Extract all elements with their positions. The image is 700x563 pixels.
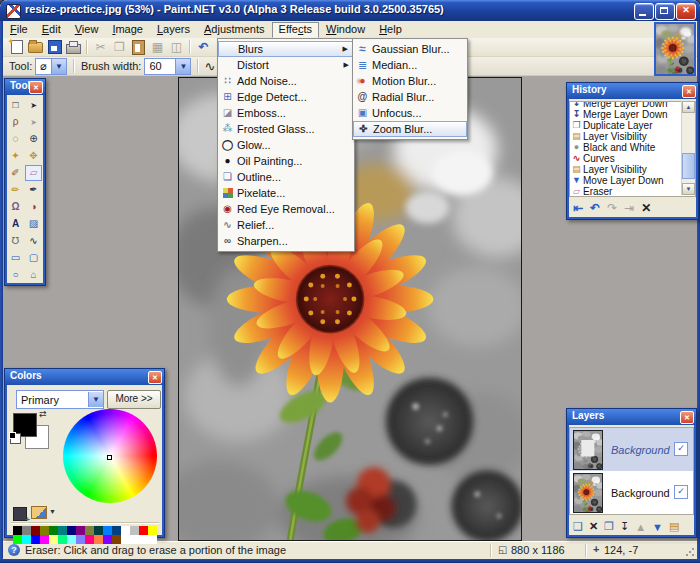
color-swatch[interactable] [13,535,22,544]
tools-palette-titlebar[interactable]: Tools ✕ [5,79,45,95]
layer-row[interactable]: Background✓ [570,471,693,514]
menu-item-motion-blur[interactable]: Motion Blur... [353,73,467,89]
add-color-icon[interactable] [13,507,27,521]
move-selected-pixels-tool[interactable] [25,97,42,113]
color-swatch[interactable] [103,526,112,535]
color-swatch[interactable] [49,535,58,544]
menu-item-outline[interactable]: Outline... [218,169,354,185]
menu-item-add-noise[interactable]: Add Noise... [218,73,354,89]
history-item-curves[interactable]: Curves [570,153,682,164]
close-icon[interactable]: ✕ [682,85,696,98]
scroll-up-icon[interactable]: ▲ [682,101,695,113]
title-bar[interactable]: resize-practice.jpg (53%) - Paint.NET v3… [0,0,700,21]
recolor-tool[interactable] [25,199,42,215]
color-swatch[interactable] [112,535,121,544]
menu-adjustments[interactable]: Adjustments [197,22,272,37]
color-swatch[interactable] [121,526,130,535]
line-curve-tool[interactable] [25,233,42,249]
rounded-rectangle-tool[interactable] [25,250,42,266]
undo-button[interactable]: ↶ [194,39,213,56]
color-picker-tool[interactable] [25,182,42,198]
palette-icon[interactable] [31,506,47,519]
color-swatch[interactable] [139,526,148,535]
move-layer-down-button[interactable]: ▼ [652,521,663,533]
menu-help[interactable]: Help [372,22,409,37]
color-swatch[interactable] [121,535,130,544]
rectangle-tool[interactable] [7,250,24,266]
color-swatch[interactable] [85,535,94,544]
history-palette-titlebar[interactable]: History ✕ [567,83,698,99]
rectangle-select-tool[interactable] [7,97,24,113]
more-button[interactable]: More >> [107,390,161,409]
paintbrush-tool[interactable] [7,165,24,181]
color-swatch[interactable] [85,526,94,535]
menu-window[interactable]: Window [319,22,372,37]
color-swatch[interactable] [31,535,40,544]
menu-item-zoom-blur[interactable]: Zoom Blur... [353,121,467,137]
pencil-tool[interactable] [7,182,24,198]
history-scrollbar[interactable]: ▲ ▼ [682,101,695,195]
menu-item-blurs[interactable]: Blurs▶ [218,41,354,57]
open-image-thumbnail[interactable] [654,22,696,76]
color-swatch[interactable] [40,535,49,544]
history-item-merge-layer-down[interactable]: Merge Layer Down [570,101,682,109]
menu-item-radial-blur[interactable]: Radial Blur... [353,89,467,105]
clear-history-button[interactable]: ✕ [641,201,651,215]
menu-image[interactable]: Image [105,22,150,37]
layer-properties-button[interactable]: ▤ [669,520,679,533]
menu-item-sharpen[interactable]: Sharpen... [218,233,354,249]
save-button[interactable] [45,39,64,56]
close-button[interactable]: ✕ [676,3,696,20]
scrollbar-track[interactable]: ▲ ▼ [681,101,695,195]
swap-colors-icon[interactable]: ⇄ [39,409,47,419]
new-button[interactable]: ✦ [7,39,26,56]
resize-grip[interactable] [685,547,695,557]
color-swatch[interactable] [22,535,31,544]
scrollbar-thumb[interactable] [682,153,695,179]
layer-row[interactable]: Background✓ [570,428,693,471]
menu-item-unfocus[interactable]: Unfocus... [353,105,467,121]
menu-item-edge-detect[interactable]: Edge Detect... [218,89,354,105]
history-item-merge-layer-down[interactable]: Merge Layer Down [570,109,682,120]
history-item-eraser[interactable]: Eraser [570,186,682,197]
color-swatch[interactable] [148,526,157,535]
color-swatch[interactable] [94,526,103,535]
duplicate-layer-button[interactable]: ❐ [604,520,614,533]
tool-selector[interactable]: ⌀ ▼ [35,58,67,75]
add-layer-button[interactable]: ❑ [573,520,583,533]
color-target-dropdown[interactable]: Primary ▼ [16,390,104,409]
menu-layers[interactable]: Layers [150,22,197,37]
history-item-move-layer-down[interactable]: Move Layer Down [570,175,682,186]
color-swatch[interactable] [94,535,103,544]
color-swatch[interactable] [76,535,85,544]
copy-button[interactable]: ❐ [110,39,129,56]
redo-history-button[interactable]: ↷ [607,201,617,215]
menu-item-oil-painting[interactable]: Oil Painting... [218,153,354,169]
print-button[interactable] [64,39,83,56]
crop-button[interactable]: ▦ [148,39,167,56]
cut-button[interactable]: ✂ [91,39,110,56]
color-swatch[interactable] [76,526,85,535]
menu-item-distort[interactable]: Distort▶ [218,57,354,73]
reset-colors-icon[interactable] [10,433,21,444]
color-swatch[interactable] [103,535,112,544]
close-icon[interactable]: ✕ [148,371,162,384]
zoom-tool[interactable] [25,131,42,147]
history-item-duplicate-layer[interactable]: Duplicate Layer [570,120,682,131]
gradient-tool[interactable] [25,216,42,232]
menu-item-pixelate[interactable]: Pixelate... [218,185,354,201]
fast-forward-button[interactable]: ⇥ [624,201,634,215]
color-swatch[interactable] [139,535,148,544]
color-swatch[interactable] [148,535,157,544]
deselect-button[interactable]: ◫ [167,39,186,56]
menu-item-emboss[interactable]: Emboss... [218,105,354,121]
maximize-button[interactable] [655,3,675,20]
menu-item-red-eye-removal[interactable]: Red Eye Removal... [218,201,354,217]
ellipse-select-tool[interactable] [7,131,24,147]
layer-visible-checkbox[interactable]: ✓ [674,442,688,456]
move-layer-up-button[interactable]: ▲ [635,521,646,533]
scroll-down-icon[interactable]: ▼ [682,183,695,195]
layers-palette-titlebar[interactable]: Layers ✕ [567,409,696,425]
magic-wand-tool[interactable] [7,148,24,164]
menu-view[interactable]: View [68,22,106,37]
